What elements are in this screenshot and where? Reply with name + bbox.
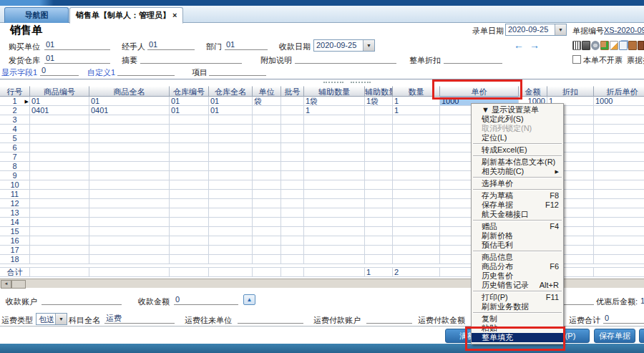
grid-cell[interactable] — [253, 115, 281, 125]
dept-field[interactable]: 01 — [225, 39, 268, 50]
grid-cell[interactable] — [170, 236, 209, 246]
grid-cell[interactable] — [594, 246, 644, 255]
project-field[interactable] — [209, 65, 266, 76]
grid-cell[interactable] — [253, 153, 281, 162]
note-field[interactable] — [295, 53, 396, 64]
grid-cell[interactable] — [393, 190, 440, 199]
grid-cell[interactable] — [304, 153, 365, 162]
grid-cell[interactable] — [365, 180, 393, 190]
grid-cell[interactable] — [594, 143, 644, 153]
grid-cell[interactable] — [281, 125, 304, 134]
grid-cell[interactable] — [281, 180, 304, 190]
freight-total-field[interactable]: 0 — [603, 313, 644, 324]
menu-item[interactable]: 复制 — [472, 314, 563, 324]
grid-cell[interactable] — [253, 180, 281, 190]
close-tab-icon[interactable]: × — [172, 11, 177, 19]
grid-cell[interactable] — [209, 125, 253, 134]
no-invoice-checkbox[interactable] — [572, 55, 581, 64]
pay-date-select[interactable]: 2020-09-25▼ — [313, 39, 375, 52]
grid-cell[interactable] — [30, 255, 89, 264]
grid-cell[interactable] — [209, 255, 253, 264]
grid-cell[interactable] — [365, 208, 393, 218]
grid-cell[interactable] — [253, 236, 281, 246]
grid-cell[interactable] — [304, 246, 365, 255]
menu-item[interactable]: 锁定此列(S) — [472, 115, 563, 124]
freight-unit-field[interactable] — [238, 313, 303, 324]
custom1-field[interactable] — [117, 65, 175, 76]
receive-amount-field[interactable]: 0 — [174, 294, 238, 305]
grid-cell[interactable] — [594, 171, 644, 180]
discount-field[interactable] — [444, 53, 502, 64]
grid-cell[interactable] — [30, 199, 89, 208]
bottom-button[interactable]: 保存单据 — [594, 329, 635, 343]
grid-cell[interactable] — [281, 208, 304, 218]
grid-cell[interactable] — [365, 134, 393, 143]
grid-cell[interactable] — [253, 162, 281, 171]
grid-cell[interactable] — [594, 190, 644, 199]
grid-cell[interactable] — [89, 236, 170, 246]
grid-cell[interactable] — [170, 134, 209, 143]
menu-item[interactable]: 商品信息 — [472, 253, 563, 262]
row-number[interactable]: 10 — [0, 180, 30, 190]
column-header[interactable]: 折后单价 — [594, 86, 644, 97]
menu-item[interactable]: 相关功能(C)▶ — [472, 167, 563, 176]
column-header[interactable]: 批号 — [281, 86, 304, 97]
grid-cell[interactable] — [304, 190, 365, 199]
row-number[interactable]: 3 — [0, 115, 30, 125]
column-header[interactable]: 仓库全名 — [209, 86, 253, 97]
menu-item[interactable]: 刷新基本信息文本(R) — [472, 158, 563, 167]
column-header[interactable]: 行号 — [0, 86, 30, 97]
book-icon[interactable] — [638, 41, 644, 50]
menu-item[interactable]: 选择单价 — [472, 179, 563, 188]
grid-cell[interactable]: 01 — [30, 97, 89, 106]
grid-cell[interactable] — [253, 218, 281, 227]
grid-cell[interactable] — [393, 218, 440, 227]
column-header[interactable]: 商品编号 — [30, 86, 89, 97]
grid-cell[interactable] — [304, 236, 365, 246]
grid-cell[interactable] — [304, 143, 365, 153]
grid-cell[interactable]: 01 — [209, 97, 253, 106]
grid-cell[interactable]: 0401 — [89, 106, 170, 115]
grid-cell[interactable] — [281, 227, 304, 236]
grid-cell[interactable] — [281, 106, 304, 115]
row-number[interactable]: 18 — [0, 255, 30, 264]
grid-cell[interactable] — [30, 236, 89, 246]
package-add-icon[interactable] — [600, 41, 609, 50]
grid-cell[interactable] — [30, 171, 89, 180]
grid-cell[interactable] — [393, 227, 440, 236]
gear-icon[interactable] — [591, 41, 600, 50]
grid-cell[interactable] — [281, 153, 304, 162]
menu-item[interactable]: ▼ 显示设置菜单 — [472, 105, 563, 115]
grid-cell[interactable]: 1 — [393, 106, 440, 115]
grid-cell[interactable] — [304, 199, 365, 208]
column-header[interactable]: 辅助数量 — [304, 86, 365, 97]
column-splitter-handle[interactable] — [351, 82, 371, 83]
grid-cell[interactable]: 01 — [89, 97, 170, 106]
grid-cell[interactable] — [393, 199, 440, 208]
grid-cell[interactable] — [30, 115, 89, 125]
grid-cell[interactable] — [209, 246, 253, 255]
grid-cell[interactable] — [304, 227, 365, 236]
column-header[interactable]: 金额 — [519, 86, 547, 97]
grid-cell[interactable] — [281, 97, 304, 106]
row-number[interactable]: 1▶ — [0, 97, 30, 106]
copy-icon[interactable] — [619, 41, 628, 50]
grid-cell[interactable] — [30, 190, 89, 199]
grid-cell[interactable] — [365, 236, 393, 246]
column-header[interactable]: 折扣 — [547, 86, 594, 97]
warehouse-field[interactable]: 01 — [44, 53, 110, 64]
grid-cell[interactable] — [281, 115, 304, 125]
grid-cell[interactable]: 01 — [170, 97, 209, 106]
grid-cell[interactable] — [209, 134, 253, 143]
grid-cell[interactable] — [170, 171, 209, 180]
grid-cell[interactable] — [89, 190, 170, 199]
grid-cell[interactable] — [594, 236, 644, 246]
custom1-label[interactable]: 自定义1 — [87, 67, 115, 78]
grid-cell[interactable] — [209, 227, 253, 236]
grid-cell[interactable]: 0401 — [30, 106, 89, 115]
menu-item[interactable]: 定位(L) — [472, 133, 563, 142]
menu-item[interactable]: 商品分布F6 — [472, 262, 563, 271]
grid-cell[interactable] — [209, 153, 253, 162]
grid-cell[interactable] — [281, 162, 304, 171]
tab-sales-order[interactable]: 销售单【制单人：管理员】× — [69, 7, 183, 24]
